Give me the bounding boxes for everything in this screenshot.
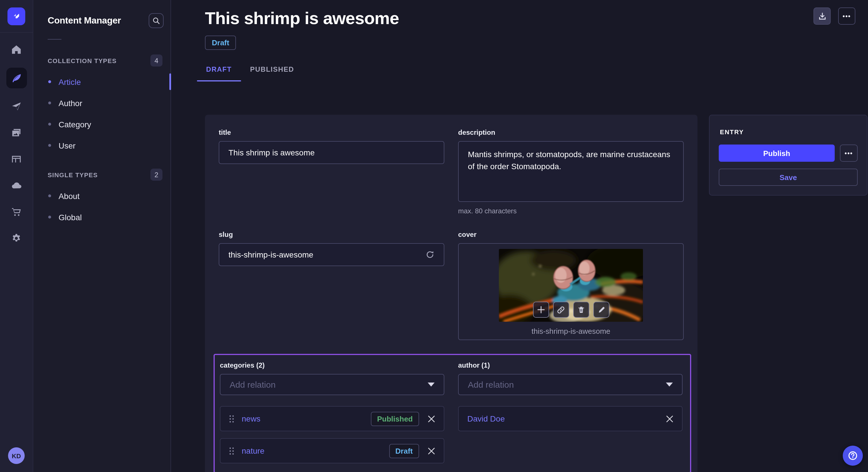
cover-caption: this-shrimp-is-awesome <box>532 327 611 336</box>
sidebar-item-label: Global <box>59 212 82 222</box>
search-icon <box>152 16 160 25</box>
cover-add-button[interactable] <box>533 302 549 318</box>
settings-gear-icon[interactable] <box>6 230 27 247</box>
pencil-icon <box>597 306 605 314</box>
relation-link-news[interactable]: news <box>242 414 260 423</box>
divider <box>48 39 61 40</box>
save-button[interactable]: Save <box>719 169 858 186</box>
section-label-collection-types: COLLECTION TYPES <box>48 57 117 64</box>
ellipsis-icon: ••• <box>842 12 851 20</box>
drag-handle-icon[interactable] <box>229 414 234 423</box>
bullet-icon <box>48 102 51 104</box>
field-title: title This shrimp is awesome <box>219 129 444 215</box>
strapi-logo[interactable] <box>7 7 25 25</box>
field-categories: categories (2) Add relation news <box>220 361 444 463</box>
search-button[interactable] <box>149 13 164 28</box>
subnav-title: Content Manager <box>48 15 121 26</box>
field-label-cover: cover <box>458 231 684 239</box>
close-icon <box>666 415 673 423</box>
title-input[interactable]: This shrimp is awesome <box>219 141 444 164</box>
logo-wrap <box>0 0 33 33</box>
relation-link-nature[interactable]: nature <box>242 446 265 456</box>
main-content: This shrimp is awesome Draft ••• DRAFT P… <box>171 0 868 472</box>
collection-types-count: 4 <box>150 55 162 67</box>
help-button[interactable] <box>843 446 863 466</box>
bullet-icon <box>48 216 51 218</box>
page-title: This shrimp is awesome <box>205 9 856 28</box>
release-icon[interactable] <box>6 98 27 115</box>
subnav: Content Manager COLLECTION TYPES 4 Artic… <box>33 0 171 472</box>
cover-box: this-shrimp-is-awesome <box>458 243 684 340</box>
drag-handle-icon[interactable] <box>229 446 234 455</box>
trash-icon <box>577 306 585 314</box>
export-button[interactable] <box>813 7 831 25</box>
entry-more-button[interactable]: ••• <box>840 144 858 162</box>
link-icon <box>557 305 565 314</box>
field-cover: cover <box>458 231 684 340</box>
icon-rail: KD <box>0 0 33 472</box>
bullet-icon <box>48 144 51 147</box>
strapi-logo-icon <box>11 11 21 21</box>
categories-add-relation-combobox[interactable]: Add relation <box>220 374 444 395</box>
cloud-icon[interactable] <box>6 177 27 194</box>
sidebar-item-article[interactable]: Article <box>33 71 170 92</box>
media-library-icon[interactable] <box>6 125 27 141</box>
remove-relation-button[interactable] <box>428 447 435 454</box>
edit-form-card: title This shrimp is awesome description… <box>205 115 698 472</box>
sidebar-item-label: Author <box>59 98 82 107</box>
sidebar-item-label: Article <box>59 77 81 86</box>
entry-panel-label: ENTRY <box>720 129 858 135</box>
cover-copy-link-button[interactable] <box>553 302 569 318</box>
slug-value: this-shrimp-is-awesome <box>228 250 313 259</box>
field-slug: slug this-shrimp-is-awesome <box>219 231 444 340</box>
home-icon[interactable] <box>6 41 27 58</box>
content-manager-icon[interactable] <box>6 68 27 88</box>
author-add-relation-combobox[interactable]: Add relation <box>458 374 683 395</box>
regenerate-icon[interactable] <box>425 250 435 259</box>
header-more-button[interactable]: ••• <box>838 7 856 25</box>
sidebar-item-label: Category <box>59 120 91 129</box>
field-author: author (1) Add relation David Doe <box>458 361 683 463</box>
content-type-builder-icon[interactable] <box>6 151 27 167</box>
sidebar-item-global[interactable]: Global <box>33 206 170 228</box>
sidebar-item-category[interactable]: Category <box>33 113 170 135</box>
relation-row-nature: nature Draft <box>220 438 444 463</box>
status-badge: Draft <box>205 36 236 50</box>
sidebar-item-label: User <box>59 141 75 150</box>
entry-panel: ENTRY Publish ••• Save <box>709 115 867 196</box>
field-label-author: author (1) <box>458 361 683 369</box>
description-value: Mantis shrimps, or stomatopods, are mari… <box>468 150 670 171</box>
remove-relation-button[interactable] <box>666 415 673 423</box>
close-icon <box>428 447 435 454</box>
cover-delete-button[interactable] <box>573 302 589 318</box>
rail-nav <box>6 41 27 247</box>
ellipsis-icon: ••• <box>844 150 853 157</box>
marketplace-icon[interactable] <box>6 204 27 220</box>
bullet-icon <box>48 80 51 83</box>
tab-published[interactable]: PUBLISHED <box>241 65 303 81</box>
sidebar-item-user[interactable]: User <box>33 135 170 156</box>
download-icon <box>818 12 826 20</box>
description-textarea[interactable]: Mantis shrimps, or stomatopods, are mari… <box>458 141 684 202</box>
relation-row-news: news Published <box>220 406 444 431</box>
bullet-icon <box>48 123 51 126</box>
relation-link-david-doe[interactable]: David Doe <box>467 414 505 423</box>
remove-relation-button[interactable] <box>428 415 435 423</box>
slug-input[interactable]: this-shrimp-is-awesome <box>219 243 444 266</box>
sidebar-item-about[interactable]: About <box>33 185 170 206</box>
publish-button[interactable]: Publish <box>719 144 835 162</box>
version-tabs: DRAFT PUBLISHED <box>197 65 868 81</box>
author-placeholder: Add relation <box>468 380 514 390</box>
relation-status-badge: Published <box>371 411 419 426</box>
question-mark-icon <box>847 450 858 461</box>
user-avatar[interactable]: KD <box>8 447 25 464</box>
chevron-down-icon <box>428 382 435 386</box>
sidebar-item-author[interactable]: Author <box>33 92 170 113</box>
section-label-single-types: SINGLE TYPES <box>48 171 98 178</box>
plus-icon <box>537 306 545 314</box>
relations-highlight-group: categories (2) Add relation news <box>214 354 691 472</box>
cover-edit-button[interactable] <box>593 302 609 318</box>
tab-draft[interactable]: DRAFT <box>197 65 241 81</box>
chevron-down-icon <box>666 382 673 386</box>
bullet-icon <box>48 194 51 197</box>
